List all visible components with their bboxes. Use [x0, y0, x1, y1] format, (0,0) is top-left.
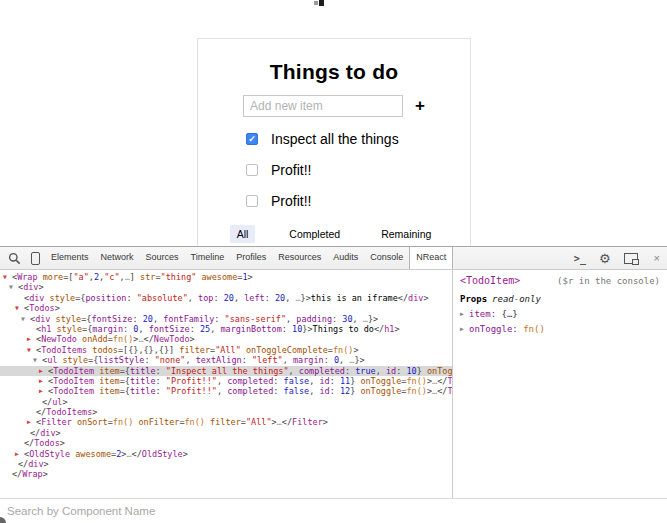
expand-arrow-icon[interactable]: ▶	[39, 376, 48, 386]
devtools-panel: ElementsNetworkSourcesTimelineProfilesRe…	[0, 246, 667, 523]
check-icon: ✓	[248, 135, 256, 144]
react-tree-node[interactable]: ▼<ul style={listStyle: "none", textAlign…	[0, 355, 452, 365]
react-tree-node[interactable]: </Todos>	[0, 438, 452, 448]
todo-item-row: Profit!!	[246, 163, 470, 177]
expand-arrow-icon[interactable]: ▶	[460, 325, 469, 333]
react-tree-node[interactable]: <div style={position: "absolute", top: 2…	[0, 293, 452, 303]
todo-checkbox[interactable]: ✓	[246, 133, 258, 145]
collapse-arrow-icon[interactable]: ▼	[9, 282, 18, 292]
props-readonly-note: read-only	[492, 294, 541, 304]
todo-checkbox[interactable]	[246, 164, 258, 176]
react-component-tree: ▼<Wrap more=["a",2,"c",…] str="thing" aw…	[0, 270, 452, 499]
filter-button-remaining[interactable]: Remaining	[374, 225, 438, 243]
prop-key: item:	[469, 309, 502, 319]
tab-profiles[interactable]: Profiles	[230, 247, 272, 269]
react-tree-node[interactable]: ▶<TodoItem item={title: "Profit!!", comp…	[0, 376, 452, 386]
tab-network[interactable]: Network	[95, 247, 140, 269]
inspect-magnifier-icon[interactable]	[8, 252, 21, 265]
react-tree-node[interactable]: ▼<div>	[0, 282, 452, 292]
react-tree-node[interactable]: ▶<NewTodo onAdd=fn()>…</NewTodo>	[0, 334, 452, 344]
collapse-arrow-icon[interactable]: ▼	[33, 355, 42, 365]
todo-app-iframe: Things to do + ✓Inspect all the thingsPr…	[197, 38, 471, 247]
todo-checkbox[interactable]	[246, 195, 258, 207]
tab-timeline[interactable]: Timeline	[185, 247, 231, 269]
react-tree-node[interactable]: </TodoItems>	[0, 407, 452, 417]
expand-arrow-icon[interactable]: ▶	[39, 366, 48, 376]
filter-bar: AllCompletedRemaining	[198, 225, 470, 243]
expand-arrow-icon[interactable]: ▶	[39, 386, 48, 396]
todo-label: Profit!!	[271, 162, 311, 178]
todo-item-row: Profit!!	[246, 194, 470, 208]
react-tree-node[interactable]: </div>	[0, 459, 452, 469]
close-devtools-icon[interactable]: ×	[654, 253, 660, 264]
collapse-arrow-icon[interactable]: ▼	[3, 272, 12, 282]
page-title: Things to do	[198, 60, 470, 84]
react-tree-node[interactable]: ▶<TodoItem item={title: "Profit!!", comp…	[0, 386, 452, 396]
collapse-arrow-icon[interactable]: ▼	[27, 345, 36, 355]
todo-label: Inspect all the things	[271, 131, 399, 147]
tab-audits[interactable]: Audits	[327, 247, 364, 269]
settings-gear-icon[interactable]: ⚙	[599, 252, 611, 265]
prop-value: {…}	[502, 309, 518, 319]
tab-console[interactable]: Console	[364, 247, 409, 269]
tab-elements[interactable]: Elements	[45, 247, 95, 269]
page-top-artifact	[314, 0, 326, 6]
react-tree-node[interactable]: ▼<Wrap more=["a",2,"c",…] str="thing" aw…	[0, 272, 452, 282]
tab-nreact[interactable]: NReact	[409, 247, 453, 269]
todo-list: ✓Inspect all the thingsProfit!!Profit!!	[246, 132, 470, 208]
add-item-button[interactable]: +	[415, 96, 425, 116]
props-section-title: Props	[460, 294, 487, 304]
selected-component-name: <TodoItem>	[460, 275, 520, 286]
react-tree-node[interactable]: ▶<TodoItem item={title: "Inspect all the…	[0, 366, 452, 376]
dock-side-icon[interactable]	[624, 253, 638, 264]
prop-row-item[interactable]: ▶item: {…}	[460, 309, 660, 319]
expand-arrow-icon[interactable]: ▶	[460, 310, 469, 318]
filter-button-completed[interactable]: Completed	[282, 225, 347, 243]
device-mode-icon[interactable]	[31, 252, 40, 265]
tab-sources[interactable]: Sources	[140, 247, 185, 269]
react-tree-node[interactable]: ▶<OldStyle awesome=2>…</OldStyle>	[0, 449, 452, 459]
react-tree-node[interactable]: ▼<Todos>	[0, 303, 452, 313]
collapse-arrow-icon[interactable]: ▼	[15, 303, 24, 313]
component-search-bar	[0, 498, 667, 523]
component-search-input[interactable]	[0, 504, 649, 518]
expand-arrow-icon[interactable]: ▶	[27, 417, 36, 427]
react-tree-node[interactable]: ▶<Filter onSort=fn() onFilter=fn() filte…	[0, 417, 452, 427]
add-new-item-input[interactable]	[243, 95, 403, 117]
react-tree-node[interactable]: ▼<div style={fontSize: 20, fontFamily: "…	[0, 314, 452, 324]
props-list: ▶item: {…}▶onToggle: fn()	[460, 309, 660, 334]
expand-arrow-icon[interactable]: ▶	[27, 334, 36, 344]
todo-item-row: ✓Inspect all the things	[246, 132, 470, 146]
filter-button-all[interactable]: All	[230, 225, 256, 243]
console-reference-hint: ($r in the console)	[557, 276, 660, 286]
todo-label: Profit!!	[271, 193, 311, 209]
devtools-tabs: ElementsNetworkSourcesTimelineProfilesRe…	[45, 247, 453, 269]
react-tree-node[interactable]: </ul>	[0, 397, 452, 407]
tab-resources[interactable]: Resources	[272, 247, 327, 269]
collapse-arrow-icon[interactable]: ▼	[21, 314, 30, 324]
expand-arrow-icon[interactable]: ▶	[15, 449, 24, 459]
devtools-toolbar: ElementsNetworkSourcesTimelineProfilesRe…	[0, 247, 667, 270]
props-pane: <TodoItem> ($r in the console) Propsread…	[453, 270, 667, 499]
react-tree-node[interactable]: </Wrap>	[0, 469, 452, 479]
react-tree-node[interactable]: </div>	[0, 428, 452, 438]
react-tree-node[interactable]: ▼<TodoItems todos=[{},{},{}] filter="All…	[0, 345, 452, 355]
prop-row-onToggle[interactable]: ▶onToggle: fn()	[460, 324, 660, 334]
console-drawer-icon[interactable]: >_	[574, 253, 586, 264]
prop-key: onToggle:	[469, 324, 523, 334]
prop-value: fn()	[523, 324, 545, 334]
react-tree-node[interactable]: <h1 style={margin: 0, fontSize: 25, marg…	[0, 324, 452, 334]
